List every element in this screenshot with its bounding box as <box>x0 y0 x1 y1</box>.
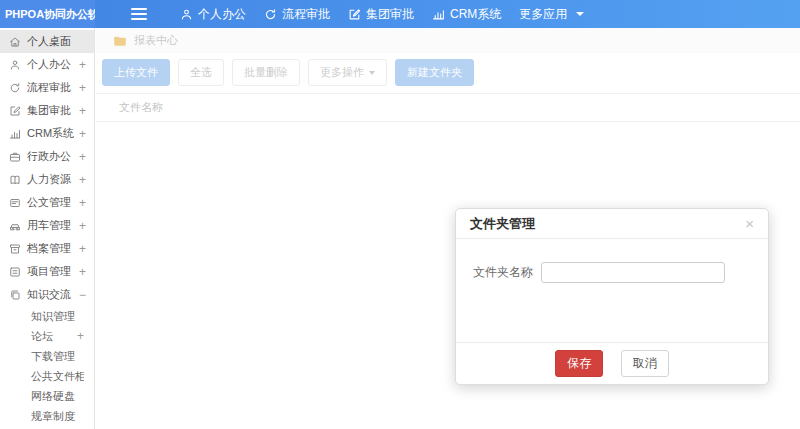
sidebar-item-label: 个人桌面 <box>27 34 86 49</box>
toolbar-button-label: 批量删除 <box>244 65 288 80</box>
edit-icon <box>9 105 21 117</box>
topnav-item-2[interactable]: 流程审批 <box>255 0 339 28</box>
topnav-item-1[interactable]: 个人办公 <box>171 0 255 28</box>
dialog-body: 文件夹名称 <box>456 239 768 342</box>
sidebar-subitem-label: 论坛 <box>31 329 75 344</box>
sidebar: 个人桌面个人办公+流程审批+集团审批+CRM系统+行政办公+人力资源+公文管理+… <box>0 28 95 429</box>
expand-icon[interactable]: + <box>79 104 86 118</box>
expand-icon[interactable]: + <box>79 173 86 187</box>
toolbar-button-2[interactable]: 全选 <box>178 59 224 86</box>
briefcase-icon <box>9 151 21 163</box>
app-logo: PHPOA协同办公软件 <box>0 0 95 28</box>
expand-icon[interactable]: + <box>77 329 84 343</box>
menu-toggle-icon[interactable] <box>131 8 147 20</box>
toolbar-button-label: 全选 <box>190 65 212 80</box>
doc-icon <box>9 197 21 209</box>
sidebar-item-label: 人力资源 <box>27 172 77 187</box>
sidebar-item-4[interactable]: 集团审批+ <box>0 99 94 122</box>
topnav-item-label: 个人办公 <box>198 6 246 23</box>
car-icon <box>9 220 21 232</box>
folder-icon <box>113 34 127 48</box>
toolbar-button-label: 上传文件 <box>114 65 158 80</box>
sidebar-item-11[interactable]: 项目管理+ <box>0 260 94 283</box>
sidebar-item-1[interactable]: 个人桌面 <box>0 30 94 53</box>
sidebar-item-label: 个人办公 <box>27 57 77 72</box>
dialog-footer: 保存 取消 <box>456 342 768 384</box>
knowledge-icon <box>9 289 21 301</box>
expand-icon[interactable]: + <box>79 196 86 210</box>
cancel-button[interactable]: 取消 <box>621 350 669 377</box>
topnav-item-label: CRM系统 <box>450 6 501 23</box>
topnav-item-4[interactable]: CRM系统 <box>423 0 510 28</box>
sidebar-subitem-6[interactable]: 规章制度 <box>0 406 94 426</box>
toolbar-button-label: 新建文件夹 <box>407 65 462 80</box>
sidebar-subitem-label: 规章制度 <box>31 409 84 424</box>
folder-name-input[interactable] <box>541 262 725 283</box>
flow-icon <box>264 8 277 21</box>
sidebar-item-label: 行政办公 <box>27 149 77 164</box>
sidebar-item-3[interactable]: 流程审批+ <box>0 76 94 99</box>
sidebar-subitem-label: 公共文件柜 <box>31 369 84 384</box>
toolbar-button-1[interactable]: 上传文件 <box>102 59 170 86</box>
sidebar-item-6[interactable]: 行政办公+ <box>0 145 94 168</box>
folder-name-row: 文件夹名称 <box>456 262 768 283</box>
sidebar-subitem-4[interactable]: 公共文件柜 <box>0 366 94 386</box>
sidebar-subitem-3[interactable]: 下载管理 <box>0 346 94 366</box>
sidebar-item-8[interactable]: 公文管理+ <box>0 191 94 214</box>
table-header-file-name: 文件名称 <box>96 93 800 122</box>
toolbar-button-5[interactable]: 新建文件夹 <box>395 59 474 86</box>
toolbar-button-4[interactable]: 更多操作 <box>308 59 387 86</box>
sidebar-item-9[interactable]: 用车管理+ <box>0 214 94 237</box>
chart-icon <box>432 8 445 21</box>
expand-icon[interactable]: + <box>79 127 86 141</box>
sidebar-item-label: 公文管理 <box>27 195 77 210</box>
project-icon <box>9 266 21 278</box>
toolbar-button-3[interactable]: 批量删除 <box>232 59 300 86</box>
sidebar-item-5[interactable]: CRM系统+ <box>0 122 94 145</box>
topnav-item-3[interactable]: 集团审批 <box>339 0 423 28</box>
breadcrumb: 报表中心 <box>96 28 800 53</box>
chevron-down-icon <box>576 12 584 16</box>
topnav-item-5[interactable]: 更多应用 <box>510 0 593 28</box>
sidebar-item-label: 项目管理 <box>27 264 77 279</box>
sidebar-item-7[interactable]: 人力资源+ <box>0 168 94 191</box>
breadcrumb-label: 报表中心 <box>134 33 178 48</box>
sidebar-subitem-5[interactable]: 网络硬盘 <box>0 386 94 406</box>
sidebar-subitem-label: 下载管理 <box>31 349 84 364</box>
app-window: PHPOA协同办公软件 个人办公流程审批集团审批CRM系统更多应用 个人桌面个人… <box>0 0 800 429</box>
expand-icon[interactable]: + <box>79 265 86 279</box>
expand-icon[interactable]: + <box>79 150 86 164</box>
chevron-down-icon <box>369 71 375 75</box>
sidebar-subitem-1[interactable]: 知识管理 <box>0 306 94 326</box>
topnav-item-label: 集团审批 <box>366 6 414 23</box>
expand-icon[interactable]: + <box>79 242 86 256</box>
archive-icon <box>9 243 21 255</box>
close-icon[interactable]: × <box>745 216 754 231</box>
sidebar-subitem-label: 网络硬盘 <box>31 389 84 404</box>
save-button[interactable]: 保存 <box>555 350 603 377</box>
collapse-icon[interactable]: − <box>79 288 86 302</box>
sidebar-item-label: 集团审批 <box>27 103 77 118</box>
sidebar-item-label: 知识交流 <box>27 287 77 302</box>
folder-management-dialog: 文件夹管理 × 文件夹名称 保存 取消 <box>455 208 769 385</box>
sidebar-item-label: CRM系统 <box>27 126 77 141</box>
edit-icon <box>348 8 361 21</box>
top-navbar: PHPOA协同办公软件 个人办公流程审批集团审批CRM系统更多应用 <box>0 0 800 28</box>
sidebar-subitem-2[interactable]: 论坛+ <box>0 326 94 346</box>
sidebar-item-label: 用车管理 <box>27 218 77 233</box>
expand-icon[interactable]: + <box>79 219 86 233</box>
sidebar-subitem-label: 知识管理 <box>31 309 84 324</box>
user-icon <box>9 59 21 71</box>
book-icon <box>9 174 21 186</box>
dialog-title: 文件夹管理 <box>470 215 745 233</box>
user-icon <box>180 8 193 21</box>
sidebar-item-2[interactable]: 个人办公+ <box>0 53 94 76</box>
toolbar-button-label: 更多操作 <box>320 65 364 80</box>
sidebar-item-12[interactable]: 知识交流− <box>0 283 94 306</box>
expand-icon[interactable]: + <box>79 58 86 72</box>
flow-icon <box>9 82 21 94</box>
expand-icon[interactable]: + <box>79 81 86 95</box>
sidebar-item-10[interactable]: 档案管理+ <box>0 237 94 260</box>
topnav-item-label: 更多应用 <box>519 6 567 23</box>
top-menu: 个人办公流程审批集团审批CRM系统更多应用 <box>171 0 593 28</box>
